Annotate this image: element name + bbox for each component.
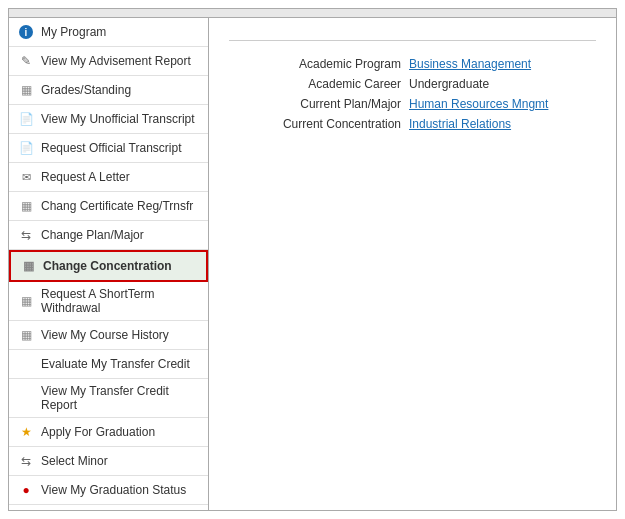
none-icon [17, 355, 35, 373]
sidebar-item-label: Request Official Transcript [41, 141, 182, 155]
sidebar-item-label: View My Advisement Report [41, 54, 191, 68]
main-layout: iMy Program✎View My Advisement Report▦Gr… [9, 18, 616, 510]
field-label: Current Plan/Major [229, 97, 409, 111]
sidebar-item-grades-standing[interactable]: ▦Grades/Standing [9, 76, 208, 105]
field-value: Undergraduate [409, 77, 489, 91]
letter-icon: ✉ [17, 168, 35, 186]
sidebar-item-change-cert-reg[interactable]: ▦Chang Certificate Reg/Trnsfr [9, 192, 208, 221]
field-value[interactable]: Industrial Relations [409, 117, 511, 131]
info-row: Academic ProgramBusiness Management [229, 57, 596, 71]
sidebar-item-label: Apply For Graduation [41, 425, 155, 439]
arrows-icon: ⇆ [17, 452, 35, 470]
content-area: Academic ProgramBusiness ManagementAcade… [209, 18, 616, 510]
sidebar-item-apply-graduation[interactable]: ★Apply For Graduation [9, 418, 208, 447]
info-table: Academic ProgramBusiness ManagementAcade… [229, 57, 596, 131]
grid-icon: ▦ [17, 292, 35, 310]
info-row: Current ConcentrationIndustrial Relation… [229, 117, 596, 131]
sidebar-item-label: Evaluate My Transfer Credit [41, 357, 190, 371]
field-value[interactable]: Human Resources Mngmt [409, 97, 548, 111]
sidebar-item-label: View My Course History [41, 328, 169, 342]
sidebar-item-label: View My Unofficial Transcript [41, 112, 195, 126]
field-value[interactable]: Business Management [409, 57, 531, 71]
sidebar-item-label: Change Plan/Major [41, 228, 144, 242]
arrows-icon: ⇆ [17, 226, 35, 244]
sidebar-item-unofficial-transcript[interactable]: 📄View My Unofficial Transcript [9, 105, 208, 134]
field-label: Current Concentration [229, 117, 409, 131]
info-icon: i [17, 23, 35, 41]
doc-icon: 📄 [17, 110, 35, 128]
red-icon: ● [17, 481, 35, 499]
sidebar-item-change-plan-major[interactable]: ⇆Change Plan/Major [9, 221, 208, 250]
grid-icon: ▦ [19, 257, 37, 275]
sidebar-item-label: My Program [41, 25, 106, 39]
info-row: Current Plan/MajorHuman Resources Mngmt [229, 97, 596, 111]
grid-icon: ▦ [17, 197, 35, 215]
sidebar-item-course-history[interactable]: ▦View My Course History [9, 321, 208, 350]
page-title [229, 34, 596, 41]
sidebar-item-official-transcript[interactable]: 📄Request Official Transcript [9, 134, 208, 163]
sidebar-item-graduation-status[interactable]: ●View My Graduation Status [9, 476, 208, 505]
sidebar: iMy Program✎View My Advisement Report▦Gr… [9, 18, 209, 510]
sidebar-item-short-term-withdrawal[interactable]: ▦Request A ShortTerm Withdrawal [9, 282, 208, 321]
field-label: Academic Career [229, 77, 409, 91]
field-label: Academic Program [229, 57, 409, 71]
sidebar-item-label: Request A Letter [41, 170, 130, 184]
student-name-bar [9, 9, 616, 18]
sidebar-item-transfer-credit-report[interactable]: View My Transfer Credit Report [9, 379, 208, 418]
grid-icon: ▦ [17, 81, 35, 99]
info-row: Academic CareerUndergraduate [229, 77, 596, 91]
sidebar-item-request-letter[interactable]: ✉Request A Letter [9, 163, 208, 192]
sidebar-item-eval-transfer-credit[interactable]: Evaluate My Transfer Credit [9, 350, 208, 379]
sidebar-item-label: View My Graduation Status [41, 483, 186, 497]
sidebar-item-label: Grades/Standing [41, 83, 131, 97]
sidebar-item-label: Chang Certificate Reg/Trnsfr [41, 199, 193, 213]
sidebar-item-view-advisement-report[interactable]: ✎View My Advisement Report [9, 47, 208, 76]
sidebar-item-change-concentration[interactable]: ▦Change Concentration [9, 250, 208, 282]
app-container: iMy Program✎View My Advisement Report▦Gr… [8, 8, 617, 511]
star-icon: ★ [17, 423, 35, 441]
sidebar-item-label: Request A ShortTerm Withdrawal [41, 287, 200, 315]
doc-icon: 📄 [17, 139, 35, 157]
sidebar-item-label: View My Transfer Credit Report [41, 384, 200, 412]
none-icon [17, 389, 35, 407]
pencil-icon: ✎ [17, 52, 35, 70]
sidebar-item-label: Change Concentration [43, 259, 172, 273]
sidebar-item-select-minor[interactable]: ⇆Select Minor [9, 447, 208, 476]
sidebar-item-label: Select Minor [41, 454, 108, 468]
grid-icon: ▦ [17, 326, 35, 344]
sidebar-item-my-program[interactable]: iMy Program [9, 18, 208, 47]
